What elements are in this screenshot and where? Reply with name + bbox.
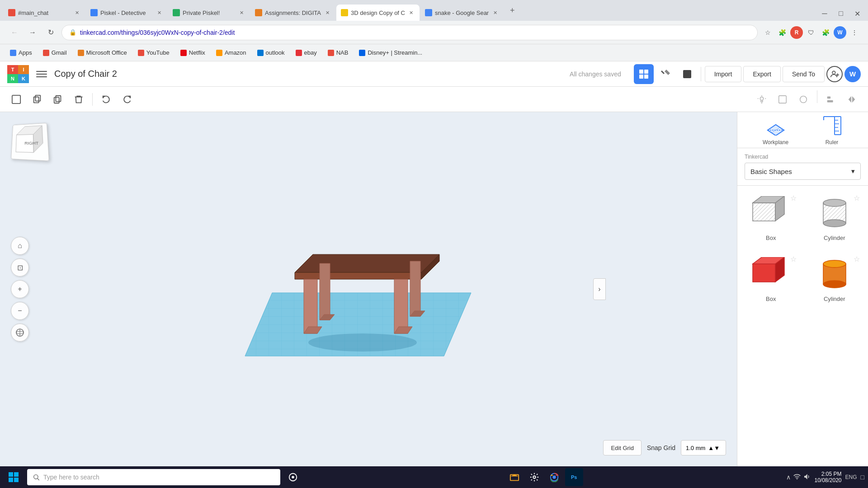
search-bar[interactable]: Type here to search	[27, 469, 280, 485]
light-button[interactable]	[753, 90, 771, 108]
shape-star-1[interactable]: ☆	[790, 194, 797, 202]
tab-main-chat[interactable]: #main_chat ✕	[4, 5, 85, 21]
bookmark-youtube[interactable]: YouTube	[133, 47, 174, 59]
bookmark-gmail[interactable]: Gmail	[38, 47, 71, 59]
fit-view-button[interactable]: ⊡	[11, 258, 29, 277]
view-cube-visual[interactable]: RIGHT	[11, 123, 49, 161]
delete-button[interactable]	[70, 90, 88, 108]
start-button[interactable]	[4, 467, 24, 487]
selector-dropdown[interactable]: Basic Shapes ▾	[745, 163, 861, 180]
ruler-tool[interactable]: Ruler	[821, 115, 843, 145]
home-view-button[interactable]: ⌂	[11, 237, 29, 255]
shield-icon[interactable]: 🛡	[805, 26, 817, 39]
tab-favicon-3	[173, 9, 180, 16]
extension-puzzle-icon[interactable]: 🧩	[819, 26, 832, 39]
workplane-tool[interactable]: Workplane	[763, 115, 788, 145]
group-button[interactable]	[794, 90, 812, 108]
forward-button[interactable]: →	[25, 25, 40, 40]
duplicate-button[interactable]	[49, 90, 67, 108]
new-tab-button[interactable]: +	[506, 4, 519, 17]
volume-icon[interactable]	[803, 473, 811, 482]
tab-close-3[interactable]: ✕	[238, 9, 245, 16]
taskbar-chrome-button[interactable]	[545, 468, 563, 486]
align-button[interactable]	[822, 90, 840, 108]
search-icon	[33, 474, 40, 481]
tab-close-6[interactable]: ✕	[491, 9, 499, 16]
user-avatar[interactable]: W	[844, 66, 861, 82]
undo-button[interactable]	[97, 90, 115, 108]
menu-hamburger-icon[interactable]	[34, 67, 49, 81]
address-bar: ← → ↻ 🔒 tinkercad.com/things/036syjc0WxN…	[0, 21, 868, 44]
ps-label: Ps	[571, 474, 577, 480]
taskbar-explorer-button[interactable]	[505, 468, 524, 486]
bookmark-nab[interactable]: NAB	[323, 47, 353, 59]
import-button[interactable]: Import	[705, 66, 742, 82]
mirror-button[interactable]	[843, 90, 861, 108]
svg-point-77	[292, 476, 294, 479]
close-window-button[interactable]: ✕	[850, 6, 864, 21]
taskbar-photoshop-button[interactable]: Ps	[565, 468, 583, 486]
profile-w-icon[interactable]: W	[834, 26, 846, 39]
tab-private-piskel[interactable]: Private Piskel! ✕	[168, 5, 250, 21]
notification-icon[interactable]: □	[861, 474, 864, 481]
bookmark-netflix[interactable]: Netflix	[176, 47, 210, 59]
svg-point-69	[823, 281, 846, 288]
shape-star-2[interactable]: ☆	[854, 194, 860, 202]
export-3d-button[interactable]	[677, 64, 697, 84]
maximize-button[interactable]: □	[834, 6, 848, 21]
refresh-button[interactable]: ↻	[43, 25, 58, 40]
task-view-button[interactable]	[284, 468, 302, 486]
bookmark-amazon[interactable]: Amazon	[212, 47, 251, 59]
tab-snake-search[interactable]: snake - Google Sear ✕	[420, 5, 503, 21]
add-user-button[interactable]	[826, 66, 843, 82]
redo-button[interactable]	[118, 90, 136, 108]
bookmark-apps[interactable]: Apps	[5, 47, 37, 59]
shape-star-4[interactable]: ☆	[854, 255, 860, 263]
shape-item-grey-cylinder[interactable]: ☆	[807, 191, 863, 245]
svg-point-68	[823, 260, 846, 267]
extension-icon[interactable]: 🧩	[776, 26, 788, 39]
shape-star-3[interactable]: ☆	[790, 255, 797, 263]
tab-close-4[interactable]: ✕	[324, 9, 331, 16]
minimize-button[interactable]: ─	[817, 6, 832, 21]
tab-favicon-2	[90, 9, 98, 16]
bookmark-outlook[interactable]: outlook	[253, 47, 289, 59]
shape-item-orange-cylinder[interactable]: ☆ Cylinder	[807, 252, 863, 306]
taskbar-settings-button[interactable]	[525, 468, 543, 486]
tab-assignments[interactable]: Assignments: DIGITA ✕	[250, 5, 335, 21]
send-to-button[interactable]: Send To	[783, 66, 825, 82]
edit-grid-button[interactable]: Edit Grid	[603, 440, 642, 455]
bookmark-disney[interactable]: Disney+ | Streamin...	[354, 47, 427, 59]
profile-r-icon[interactable]: R	[790, 26, 803, 39]
view-cube[interactable]: RIGHT	[11, 123, 52, 164]
tab-close-1[interactable]: ✕	[73, 9, 80, 16]
bookmark-msoffice[interactable]: Microsoft Office	[73, 47, 132, 59]
zoom-in-button[interactable]: +	[11, 280, 29, 298]
shape-tools-button[interactable]	[774, 90, 792, 108]
chevron-up-icon[interactable]: ∧	[786, 474, 791, 481]
tab-close-5[interactable]: ✕	[408, 9, 415, 16]
shape-item-red-box[interactable]: ☆ Box	[743, 252, 799, 306]
bookmark-ebay[interactable]: ebay	[291, 47, 321, 59]
export-button[interactable]: Export	[743, 66, 780, 82]
tab-label-2: Piskel - Detective	[100, 9, 153, 16]
new-workspace-button[interactable]	[7, 90, 25, 108]
network-icon[interactable]	[793, 473, 801, 482]
zoom-out-button[interactable]: −	[11, 302, 29, 320]
back-button[interactable]: ←	[7, 25, 22, 40]
snap-grid-select[interactable]: 1.0 mm ▲▼	[681, 440, 726, 455]
address-input[interactable]: 🔒 tinkercad.com/things/036syjc0WxN-copy-…	[61, 25, 758, 40]
tab-close-2[interactable]: ✕	[156, 9, 163, 16]
copy-paste-button[interactable]	[28, 90, 46, 108]
bookmark-star-icon[interactable]: ☆	[761, 26, 774, 39]
menu-icon[interactable]: ⋮	[848, 26, 861, 39]
viewport[interactable]: RIGHT ⌂ ⊡ + −	[0, 112, 737, 466]
tools-button[interactable]	[656, 64, 675, 84]
project-title[interactable]: Copy of Chair 2	[54, 69, 117, 79]
perspective-button[interactable]	[11, 324, 29, 342]
tab-piskel-detective[interactable]: Piskel - Detective ✕	[86, 5, 167, 21]
grid-view-button[interactable]	[634, 64, 654, 84]
shape-item-grey-box[interactable]: ☆	[743, 191, 799, 245]
tab-3d-design[interactable]: 3D design Copy of C ✕	[336, 5, 420, 21]
panel-collapse-button[interactable]: ›	[593, 278, 606, 300]
